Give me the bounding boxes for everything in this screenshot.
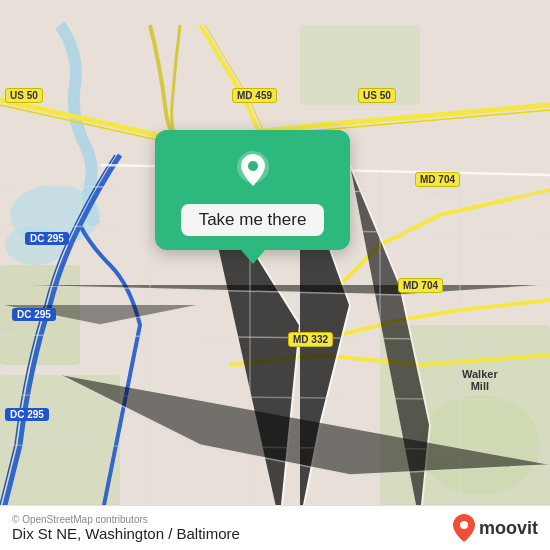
- moovit-brand-text: moovit: [479, 518, 538, 539]
- moovit-pin-icon: [453, 514, 475, 542]
- road-label-dc295-1: DC 295: [25, 232, 69, 245]
- road-label-us50-left: US 50: [5, 88, 43, 103]
- map-container: US 50 US 50 MD 459 MD 704 MD 704 DC 295 …: [0, 0, 550, 550]
- location-name: Dix St NE, Washington / Baltimore: [12, 525, 240, 542]
- location-pin-icon: [231, 148, 275, 192]
- road-label-md704-right1: MD 704: [415, 172, 460, 187]
- road-label-md459: MD 459: [232, 88, 277, 103]
- road-label-md332: MD 332: [288, 332, 333, 347]
- take-me-there-button[interactable]: Take me there: [181, 204, 325, 236]
- popup-card[interactable]: Take me there: [155, 130, 350, 250]
- bottom-bar: © OpenStreetMap contributors Dix St NE, …: [0, 505, 550, 550]
- bottom-left-info: © OpenStreetMap contributors Dix St NE, …: [12, 514, 240, 542]
- walker-mill-label: WalkerMill: [462, 368, 498, 392]
- map-background: [0, 0, 550, 550]
- svg-point-11: [460, 521, 468, 529]
- road-label-dc295-2: DC 295: [12, 308, 56, 321]
- svg-point-2: [5, 225, 65, 265]
- osm-attribution: © OpenStreetMap contributors: [12, 514, 240, 525]
- road-label-dc295-3: DC 295: [5, 408, 49, 421]
- moovit-logo: moovit: [453, 514, 538, 542]
- road-label-md704-right2: MD 704: [398, 278, 443, 293]
- road-label-us50-right: US 50: [358, 88, 396, 103]
- svg-point-10: [248, 161, 258, 171]
